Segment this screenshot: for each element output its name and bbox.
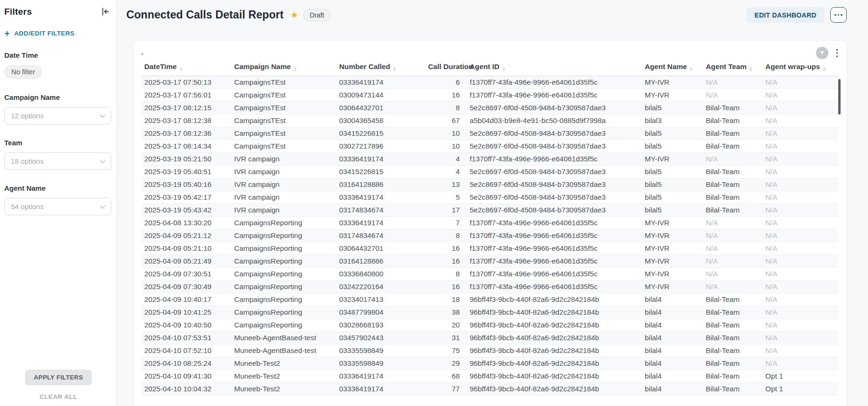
column-label: DateTime: [144, 62, 177, 71]
cell-agent-wrap-ups: N/A: [763, 127, 838, 140]
clear-all-button[interactable]: CLEAR ALL: [40, 393, 78, 400]
table-row[interactable]: 2025-03-17 07:50:13CampaignsTEst03336419…: [141, 76, 838, 89]
cell-agent-name: bilal4: [642, 319, 703, 332]
cell-agent-wrap-ups: N/A: [763, 217, 838, 229]
table-row[interactable]: 2025-03-19 05:43:42IVR campaign031748346…: [141, 204, 838, 217]
chevron-down-icon: [100, 112, 105, 117]
sidebar-footer: APPLY FILTERS CLEAR ALL: [0, 370, 117, 400]
table-row[interactable]: 2025-04-09 10:41:25CampaignsReporting034…: [141, 306, 838, 319]
cell-agent-id: a5b04d03-b9e8-4e91-bc50-0885d9f7998a: [467, 115, 642, 127]
column-header-call-duration[interactable]: Call Duration: [425, 58, 467, 76]
cell-agent-wrap-ups: N/A: [763, 178, 838, 191]
cell-agent-team: N/A: [703, 268, 763, 281]
cell-campaign-name: IVR campaign: [231, 153, 336, 166]
cell-agent-id: 5e2c8697-6f0d-4508-9484-b7309587dae3: [467, 102, 642, 115]
collapse-sidebar-button[interactable]: [99, 6, 111, 18]
cell-agent-team: N/A: [703, 153, 763, 166]
table-row[interactable]: 2025-03-17 07:56:01CampaignsTEst03009473…: [141, 89, 838, 102]
sort-icon: [393, 67, 396, 71]
table-row[interactable]: 2025-04-09 10:40:17CampaignsReporting032…: [141, 293, 838, 306]
cell-agent-name: MY-IVR: [642, 76, 703, 89]
cell-campaign-name: CampaignsTEst: [231, 89, 336, 102]
cell-call-duration: 13: [425, 178, 467, 191]
plus-icon: +: [4, 30, 10, 37]
filter-section-campaign-name: Campaign Name 12 options: [4, 93, 111, 124]
table-row[interactable]: 2025-04-09 05:21:12CampaignsReporting031…: [141, 229, 838, 242]
agent-name-select[interactable]: 54 options: [4, 198, 111, 215]
table-row[interactable]: 2025-04-09 07:30:51CampaignsReporting033…: [141, 268, 838, 281]
cell-agent-id: 96bff4f3-9bcb-440f-82a6-9d2c2842184b: [467, 370, 642, 383]
cell-agent-wrap-ups: N/A: [763, 102, 838, 115]
column-label: Campaign Name: [234, 62, 291, 71]
table-row[interactable]: 2025-03-17 08:12:36CampaignsTEst03415226…: [141, 127, 838, 140]
cell-number-called: 03335598849: [336, 344, 425, 357]
column-header-agent-wrap-ups[interactable]: Agent wrap-ups: [763, 58, 838, 76]
date-time-filter-chip[interactable]: No filter: [4, 65, 42, 79]
cell-number-called: 03174834674: [336, 204, 425, 217]
column-header-agent-team[interactable]: Agent Team: [703, 58, 763, 76]
table-row[interactable]: 2025-03-17 08:12:38CampaignsTEst03004365…: [141, 115, 838, 127]
cell-agent-wrap-ups: N/A: [763, 229, 838, 242]
vertical-scrollbar[interactable]: [838, 79, 841, 115]
column-header-datetime[interactable]: DateTime: [141, 58, 231, 76]
table-row[interactable]: 2025-04-10 10:04:32Muneeb-Test2033364191…: [141, 383, 838, 396]
add-edit-filters-button[interactable]: + ADD/EDIT FILTERS: [4, 30, 75, 37]
column-header-number-called[interactable]: Number Called: [336, 58, 425, 76]
cell-agent-team: Bilal-Team: [703, 293, 763, 306]
cell-campaign-name: CampaignsReporting: [231, 255, 336, 268]
cell-datetime: 2025-03-17 08:12:15: [141, 102, 231, 115]
cell-call-duration: 16: [425, 255, 467, 268]
column-header-agent-id[interactable]: Agent ID: [467, 58, 642, 76]
cell-datetime: 2025-03-17 08:12:36: [141, 127, 231, 140]
cell-agent-wrap-ups: N/A: [763, 319, 838, 332]
sort-icon: [294, 67, 297, 71]
cell-number-called: 03004365458: [336, 115, 425, 127]
apply-filters-button[interactable]: APPLY FILTERS: [25, 370, 92, 385]
table-row[interactable]: 2025-04-10 09:41:30Muneeb-Test2033364191…: [141, 370, 838, 383]
favorite-star-icon[interactable]: ★: [290, 10, 298, 19]
select-value: 12 options: [11, 112, 44, 120]
kebab-menu-icon[interactable]: [834, 47, 841, 59]
cell-datetime: 2025-04-09 10:41:25: [141, 306, 231, 319]
table-row[interactable]: 2025-03-19 05:40:16IVR campaign031641288…: [141, 178, 838, 191]
table-row[interactable]: 2025-04-09 05:21:49CampaignsReporting031…: [141, 255, 838, 268]
column-label: Number Called: [339, 62, 390, 71]
status-badge: Draft: [303, 9, 331, 21]
select-value: 54 options: [11, 203, 44, 211]
table-row[interactable]: 2025-04-09 07:30:49CampaignsReporting032…: [141, 281, 838, 293]
table-row[interactable]: 2025-04-09 05:21:10CampaignsReporting030…: [141, 242, 838, 255]
table-row[interactable]: 2025-04-10 07:53:51Muneeb-AgentBased-tes…: [141, 332, 838, 344]
cell-call-duration: 38: [425, 306, 467, 319]
column-header-campaign-name[interactable]: Campaign Name: [231, 58, 336, 76]
cell-campaign-name: Muneeb-AgentBased-test: [231, 332, 336, 344]
edit-dashboard-button[interactable]: EDIT DASHBOARD: [746, 7, 824, 23]
cell-agent-team: Bilal-Team: [703, 102, 763, 115]
filter-icon[interactable]: [816, 47, 828, 59]
more-menu-button[interactable]: [830, 7, 847, 23]
cell-agent-name: MY-IVR: [642, 153, 703, 166]
table-row[interactable]: 2025-03-19 05:42:17IVR campaign033364191…: [141, 191, 838, 204]
table-row[interactable]: 2025-03-17 08:14:34CampaignsTEst03027217…: [141, 140, 838, 153]
cell-call-duration: 29: [425, 357, 467, 370]
cell-agent-team: N/A: [703, 217, 763, 229]
column-header-agent-name[interactable]: Agent Name: [642, 58, 703, 76]
cell-call-duration: 8: [425, 229, 467, 242]
cell-agent-id: 96bff4f3-9bcb-440f-82a6-9d2c2842184b: [467, 357, 642, 370]
widget-title: .: [141, 46, 847, 58]
cell-agent-team: Bilal-Team: [703, 370, 763, 383]
campaign-name-select[interactable]: 12 options: [4, 107, 111, 124]
table-row[interactable]: 2025-03-19 05:21:50IVR campaign033364191…: [141, 153, 838, 166]
sort-icon: [180, 67, 183, 71]
cell-call-duration: 75: [425, 344, 467, 357]
table-row[interactable]: 2025-04-10 07:52:10Muneeb-AgentBased-tes…: [141, 344, 838, 357]
cell-agent-team: Bilal-Team: [703, 383, 763, 396]
cell-datetime: 2025-04-09 10:40:50: [141, 319, 231, 332]
cell-campaign-name: IVR campaign: [231, 178, 336, 191]
table-row[interactable]: 2025-04-09 10:40:50CampaignsReporting030…: [141, 319, 838, 332]
team-select[interactable]: 18 options: [4, 152, 111, 170]
table-row[interactable]: 2025-04-10 08:25:24Muneeb-Test2033355988…: [141, 357, 838, 370]
table-row[interactable]: 2025-04-08 13:30:20CampaignsReporting033…: [141, 217, 838, 229]
table-row[interactable]: 2025-03-19 05:40:51IVR campaign034152268…: [141, 166, 838, 178]
cell-agent-wrap-ups: N/A: [763, 293, 838, 306]
table-row[interactable]: 2025-03-17 08:12:15CampaignsTEst03064432…: [141, 102, 838, 115]
